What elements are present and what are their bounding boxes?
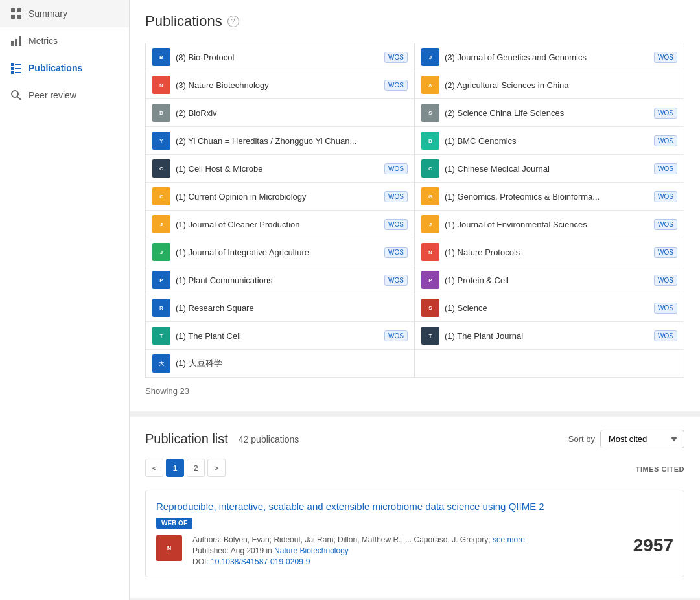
journal-logo: G — [421, 187, 439, 205]
svg-rect-0 — [11, 8, 15, 12]
journal-logo: C — [152, 187, 170, 205]
journal-logo: B — [152, 48, 170, 66]
journal-item[interactable]: S (2) Science China Life Sciences WOS — [415, 99, 684, 127]
svg-rect-12 — [15, 72, 21, 73]
journal-name: (1) The Plant Journal — [445, 331, 649, 341]
journal-link[interactable]: Nature Biotechnology — [274, 546, 349, 555]
journal-name: (1) Science — [445, 303, 649, 313]
journal-name: (1) Research Square — [176, 303, 408, 313]
journal-item[interactable]: R (1) Research Square — [146, 294, 415, 322]
journal-name: (3) Journal of Genetics and Genomics — [445, 52, 649, 62]
journal-item[interactable]: J (1) Journal of Integrative Agriculture… — [146, 238, 415, 266]
next-page-button[interactable]: > — [207, 459, 226, 477]
journal-name: (1) Journal of Environmental Sciences — [445, 220, 649, 229]
doi-link[interactable]: 10.1038/S41587-019-0209-9 — [211, 557, 310, 566]
journal-item[interactable]: A (2) Agricultural Sciences in China — [415, 71, 684, 99]
journal-logo: P — [421, 271, 439, 289]
web-of-badge: WEB OF — [156, 518, 192, 529]
journal-logo: T — [152, 327, 170, 345]
journal-logo: C — [152, 159, 170, 178]
journal-item[interactable]: J (1) Journal of Environmental Sciences … — [415, 211, 684, 238]
wos-badge: WOS — [384, 163, 408, 174]
journal-item[interactable]: B (2) BioRxiv — [146, 99, 415, 127]
wos-badge: WOS — [654, 191, 677, 202]
journal-item[interactable] — [415, 350, 684, 378]
pub-authors: Authors: Bolyen, Evan; Rideout, Jai Ram;… — [192, 535, 525, 544]
svg-rect-6 — [19, 36, 21, 46]
wos-badge: WOS — [384, 247, 408, 258]
showing-count: Showing 23 — [145, 386, 684, 396]
sort-container: Sort by Most cited Most recent Title A-Z — [568, 430, 684, 448]
journal-logo: J — [421, 48, 439, 66]
journal-item[interactable]: C (1) Current Opinion in Microbiology WO… — [146, 183, 415, 211]
journal-item[interactable]: C (1) Chinese Medical Journal WOS — [415, 155, 684, 183]
sidebar-item-peer-review[interactable]: Peer review — [0, 82, 129, 109]
see-more-link[interactable]: see more — [493, 535, 525, 544]
sidebar-item-label: Peer review — [29, 90, 76, 100]
publist-header: Publication list 42 publications Sort by… — [145, 430, 684, 448]
svg-rect-2 — [11, 15, 15, 19]
publist-section: Publication list 42 publications Sort by… — [130, 417, 700, 598]
journal-logo: N — [421, 243, 439, 261]
journals-grid: B (8) Bio-Protocol WOS J (3) Journal of … — [145, 43, 684, 378]
svg-rect-8 — [15, 64, 21, 65]
journal-item[interactable]: C (1) Cell Host & Microbe WOS — [146, 155, 415, 183]
journal-item[interactable]: J (3) Journal of Genetics and Genomics W… — [415, 43, 684, 71]
sort-select[interactable]: Most cited Most recent Title A-Z — [600, 430, 684, 448]
svg-rect-1 — [18, 8, 21, 12]
page-1-button[interactable]: 1 — [166, 459, 184, 477]
journal-item[interactable]: B (1) BMC Genomics WOS — [415, 127, 684, 155]
wos-badge: WOS — [654, 52, 677, 63]
journal-name: (1) Journal of Integrative Agriculture — [176, 248, 379, 257]
pub-meta: N Authors: Bolyen, Evan; Rideout, Jai Ra… — [156, 535, 525, 566]
journal-logo: P — [152, 271, 170, 289]
journal-name: (3) Nature Biotechnology — [176, 80, 379, 90]
pub-details: Authors: Bolyen, Evan; Rideout, Jai Ram;… — [192, 535, 525, 566]
journal-item[interactable]: P (1) Plant Communications WOS — [146, 266, 415, 294]
svg-rect-10 — [15, 68, 21, 69]
main-content: Publications ? B (8) Bio-Protocol WOS J … — [130, 0, 700, 600]
help-icon[interactable]: ? — [228, 16, 239, 27]
journal-name: (2) Science China Life Sciences — [445, 108, 649, 118]
journal-item[interactable]: T (1) The Plant Journal WOS — [415, 322, 684, 350]
sidebar-item-summary[interactable]: Summary — [0, 0, 129, 27]
journal-item[interactable]: T (1) The Plant Cell WOS — [146, 322, 415, 350]
journal-name: (1) Genomics, Proteomics & Bioinforma... — [445, 192, 649, 202]
svg-rect-9 — [11, 67, 14, 70]
wos-badge: WOS — [654, 135, 677, 146]
pub-title[interactable]: Reproducible, interactive, scalable and … — [156, 501, 673, 512]
journal-item[interactable]: S (1) Science WOS — [415, 294, 684, 322]
journal-name: (1) BMC Genomics — [445, 136, 649, 146]
journal-item[interactable]: N (1) Nature Protocols WOS — [415, 238, 684, 266]
journal-item[interactable]: 大 (1) 大豆科学 — [146, 350, 415, 378]
pub-journal-logo: N — [156, 535, 182, 561]
times-cited-header: TIMES CITED — [636, 465, 684, 473]
list-icon — [10, 62, 22, 74]
journal-item[interactable]: N (3) Nature Biotechnology WOS — [146, 71, 415, 99]
journal-item[interactable]: B (8) Bio-Protocol WOS — [146, 43, 415, 71]
sidebar-item-metrics[interactable]: Metrics — [0, 27, 129, 54]
journal-name: (8) Bio-Protocol — [176, 52, 379, 62]
prev-page-button[interactable]: < — [145, 459, 163, 477]
page-2-button[interactable]: 2 — [187, 459, 205, 477]
pub-cited-count: 2957 — [633, 535, 673, 556]
journal-name: (1) Plant Communications — [176, 275, 379, 285]
journal-logo: B — [421, 132, 439, 150]
wos-badge: WOS — [654, 108, 677, 119]
sidebar-item-publications[interactable]: Publications — [0, 54, 129, 82]
journal-logo: J — [152, 243, 170, 261]
pagination: < 1 2 > — [145, 459, 226, 477]
sidebar-item-label: Summary — [29, 8, 67, 19]
journal-logo: C — [421, 159, 439, 178]
svg-line-14 — [18, 97, 21, 100]
journal-logo: T — [421, 327, 439, 345]
sidebar-item-label: Metrics — [29, 36, 58, 46]
wos-badge: WOS — [654, 219, 677, 230]
wos-badge: WOS — [654, 163, 677, 174]
journal-item[interactable]: P (1) Protein & Cell WOS — [415, 266, 684, 294]
svg-rect-4 — [11, 41, 14, 46]
journal-logo: S — [421, 299, 439, 317]
journal-item[interactable]: G (1) Genomics, Proteomics & Bioinforma.… — [415, 183, 684, 211]
journal-item[interactable]: Y (2) Yi Chuan = Hereditas / Zhongguo Yi… — [146, 127, 415, 155]
journal-item[interactable]: J (1) Journal of Cleaner Production WOS — [146, 211, 415, 238]
